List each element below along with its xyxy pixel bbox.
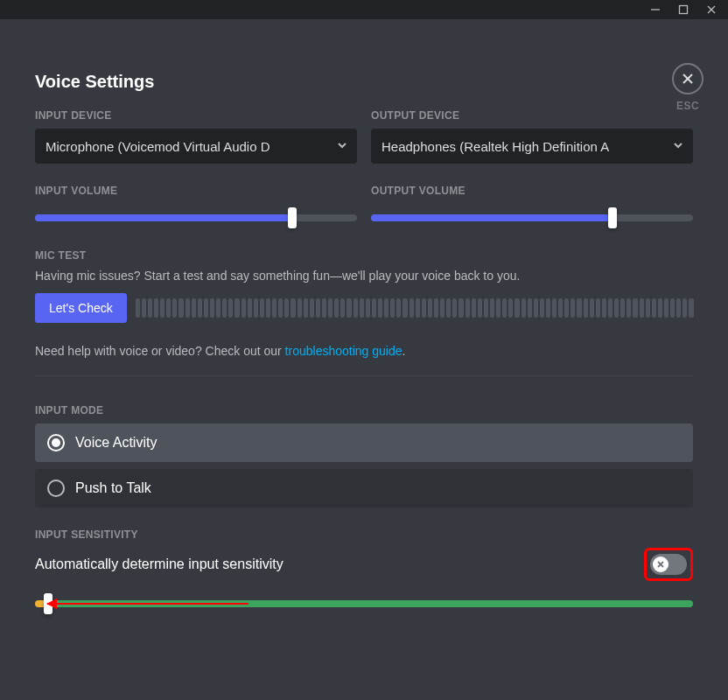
mic-level-meter: [136, 298, 693, 318]
input-device-select[interactable]: Microphone (Voicemod Virtual Audio D: [35, 129, 357, 164]
mic-test-button[interactable]: Let's Check: [35, 293, 127, 323]
svg-rect-1: [680, 6, 688, 14]
input-volume-slider[interactable]: [35, 207, 357, 228]
annotation-highlight: [644, 548, 693, 581]
page-title: Voice Settings: [35, 72, 693, 92]
close-settings-button[interactable]: ESC: [672, 63, 704, 112]
radio-icon: [47, 480, 65, 497]
divider: [35, 375, 693, 376]
auto-sensitivity-toggle[interactable]: [650, 554, 687, 575]
window-close-button[interactable]: [700, 0, 723, 19]
output-volume-label: OUTPUT VOLUME: [371, 185, 693, 197]
input-sensitivity-label: INPUT SENSITIVITY: [35, 528, 693, 541]
output-device-label: OUTPUT DEVICE: [371, 109, 693, 122]
window-minimize-button[interactable]: [644, 0, 667, 19]
input-device-label: INPUT DEVICE: [35, 109, 357, 122]
output-volume-slider[interactable]: [371, 207, 693, 228]
input-device-value: Microphone (Voicemod Virtual Audio D: [46, 139, 331, 154]
chevron-down-icon: [336, 139, 348, 154]
input-sensitivity-slider[interactable]: [35, 593, 693, 614]
close-icon: [672, 63, 704, 94]
annotation-arrow: [47, 603, 248, 605]
output-device-select[interactable]: Headphones (Realtek High Definition A: [371, 129, 693, 164]
radio-icon: [47, 434, 65, 452]
esc-label: ESC: [672, 100, 704, 112]
toggle-off-icon: [653, 556, 668, 572]
input-mode-option[interactable]: Voice Activity: [35, 424, 693, 462]
input-mode-option-label: Push to Talk: [75, 480, 151, 496]
window-titlebar: [0, 0, 728, 19]
input-mode-option[interactable]: Push to Talk: [35, 469, 693, 508]
chevron-down-icon: [672, 139, 684, 154]
output-device-value: Headphones (Realtek High Definition A: [382, 139, 667, 154]
input-mode-label: INPUT MODE: [35, 404, 693, 416]
input-mode-option-label: Voice Activity: [75, 435, 157, 451]
input-volume-label: INPUT VOLUME: [35, 185, 357, 197]
mic-test-label: MIC TEST: [35, 249, 693, 262]
troubleshooting-link[interactable]: troubleshooting guide: [285, 344, 402, 358]
mic-test-description: Having mic issues? Start a test and say …: [35, 269, 693, 283]
auto-sensitivity-label: Automatically determine input sensitivit…: [35, 556, 284, 572]
help-text: Need help with voice or video? Check out…: [35, 344, 693, 358]
window-maximize-button[interactable]: [672, 0, 695, 19]
